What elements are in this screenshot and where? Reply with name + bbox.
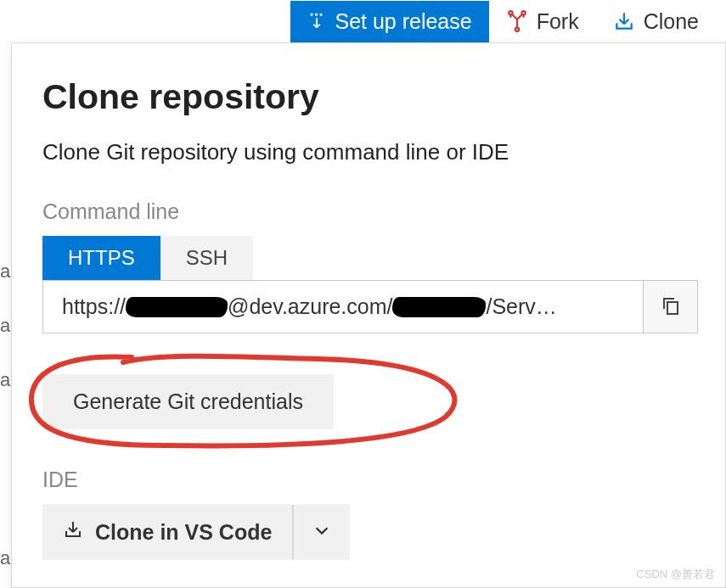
setup-release-button[interactable]: Set up release [290,1,488,42]
svg-point-4 [521,11,525,14]
tab-ssh[interactable]: SSH [160,236,253,280]
copy-icon [661,295,681,319]
fork-icon [506,10,528,32]
fork-label: Fork [537,9,579,34]
clone-in-vscode-main[interactable]: Clone in VS Code [42,504,292,560]
generate-credentials-wrap: Generate Git credentials [42,359,698,444]
svg-point-5 [515,28,519,31]
tab-https[interactable]: HTTPS [42,236,160,280]
clone-icon [613,10,635,32]
clone-ide-dropdown[interactable] [292,505,350,560]
redacted-segment [392,297,486,317]
protocol-tabs: HTTPS SSH [42,236,698,280]
clone-button[interactable]: Clone [596,1,716,42]
svg-rect-6 [667,302,678,314]
url-mid: @dev.azure.com/ [228,294,392,319]
clone-in-vscode-button[interactable]: Clone in VS Code [42,504,350,560]
generate-credentials-button[interactable]: Generate Git credentials [42,374,334,429]
url-prefix: https:// [62,294,126,319]
copy-url-button[interactable] [643,281,697,333]
chevron-down-icon [312,520,331,545]
svg-point-3 [509,11,512,14]
redacted-segment [126,297,228,317]
url-suffix: /Serv… [486,294,556,319]
clone-url-input[interactable]: https://@dev.azure.com//Serv… [43,281,643,333]
svg-rect-2 [320,14,323,16]
clone-panel: Clone repository Clone Git repository us… [11,42,726,588]
svg-rect-0 [311,14,313,16]
watermark-text: CSDN @善若君 [636,567,715,582]
clone-in-vscode-label: Clone in VS Code [95,520,272,545]
setup-release-label: Set up release [335,9,471,34]
svg-rect-1 [316,14,318,16]
clone-label: Clone [644,9,699,34]
top-toolbar: Set up release Fork Clone [0,0,726,42]
clone-url-row: https://@dev.azure.com//Serv… [42,280,698,333]
panel-title: Clone repository [42,77,698,117]
fork-button[interactable]: Fork [489,1,596,42]
rocket-icon [307,12,326,31]
download-icon [63,519,83,545]
panel-subtitle: Clone Git repository using command line … [42,139,698,165]
command-line-label: Command line [42,199,698,224]
ide-label: IDE [42,468,698,492]
